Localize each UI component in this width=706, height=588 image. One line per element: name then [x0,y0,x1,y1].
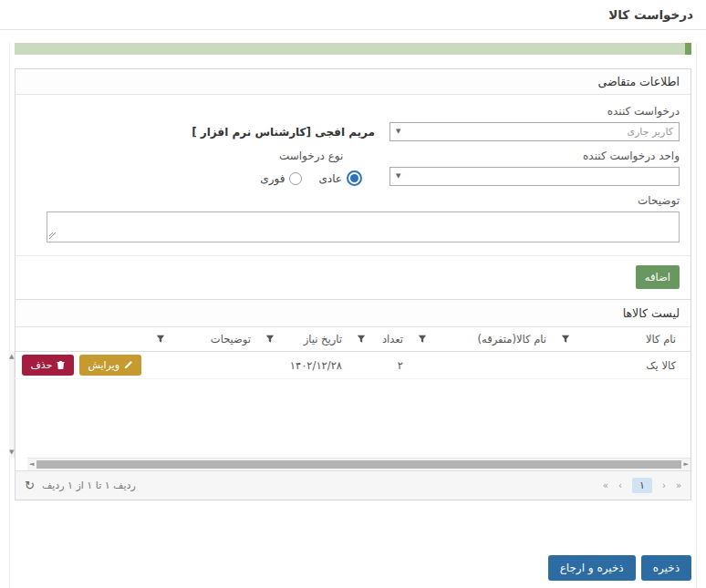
scroll-left-icon[interactable]: ◄ [29,461,34,468]
grid-body: کالا یک ۲ ۱۴۰۲/۱۲/۲۸ ویرایش [16,352,690,458]
requester-person-name: مریم افجی [کارشناس نرم افزار ] [192,126,375,139]
cell-name: کالا یک [554,359,683,372]
pager-page-1[interactable]: ۱ [632,478,652,493]
filter-icon[interactable] [561,335,570,344]
pager-prev-icon[interactable]: ‹ [618,480,622,490]
pager-first-icon[interactable]: « [603,480,608,490]
add-row: اضافه [16,255,690,299]
edit-icon [123,360,133,370]
request-type-label: نوع درخواست [260,150,362,162]
table-row: کالا یک ۲ ۱۴۰۲/۱۲/۲۸ ویرایش [15,352,690,379]
delete-icon [56,360,66,370]
caret-down-icon: ▼ [396,173,400,180]
unit-type-row: واحد درخواست کننده ▼ نوع درخواست عادی [26,141,680,186]
grid-header-misc-name: نام کالا(متفرقه) [410,333,554,346]
caret-down-icon: ▼ [396,129,400,135]
save-and-refer-button[interactable]: ذخیره و ارجاع [548,555,636,581]
pager: « ‹ ۱ › » [603,478,681,493]
radio-option-urgent[interactable]: فوری [260,172,302,185]
scroll-down-icon[interactable]: ▼ [9,449,14,456]
requester-row: کاربر جاری ▼ مریم افجی [کارشناس نرم افزا… [26,122,680,141]
grid-header-need-date: تاریخ نیاز [258,333,349,346]
grid-header-count: تعداد [349,333,410,346]
grid-footer: « ‹ ۱ › » ردیف ۱ تا ۱ از ۱ ردیف ↻ [16,470,690,500]
pager-last-icon[interactable]: » [676,480,681,490]
grid-header-name: نام کالا [554,333,683,346]
unit-label: واحد درخواست کننده [389,150,680,162]
unit-select[interactable]: ▼ [389,167,680,186]
refresh-icon[interactable]: ↻ [25,480,35,491]
radio-option-normal[interactable]: عادی [318,170,362,186]
progress-bar-fill [685,43,691,55]
radio-normal-label: عادی [318,172,342,185]
requester-label: درخواست کننده [26,105,680,118]
page-title: درخواست کالا [608,7,693,22]
scroll-right-icon[interactable]: ► [684,461,689,468]
request-type-radios: عادی فوری [260,170,362,186]
requester-select[interactable]: کاربر جاری ▼ [389,122,680,141]
description-wrap [47,211,680,242]
horizontal-scrollbar[interactable]: ◄ ► [27,458,690,470]
goods-request-page: درخواست کالا اطلاعات متقاضی درخواست کنند… [0,0,706,588]
cell-need-date: ۱۴۰۲/۱۲/۲۸ [258,359,349,372]
applicant-info-header: اطلاعات متقاضی [16,69,690,95]
column-label: تعداد [382,333,403,346]
content-area: اطلاعات متقاضی درخواست کننده کاربر جاری … [9,43,697,588]
description-textarea[interactable] [47,211,680,242]
edit-button-label: ویرایش [88,359,119,371]
save-button[interactable]: ذخیره [641,555,691,581]
column-label: نام کالا [646,333,676,346]
grid-header-row: نام کالا نام کالا(متفرقه) تعداد تاریخ نی… [16,327,690,352]
grid-header-description: توضیحات [149,333,258,346]
radio-urgent-label: فوری [260,172,285,185]
request-panel: اطلاعات متقاضی درخواست کننده کاربر جاری … [15,68,691,500]
delete-button[interactable]: حذف [22,355,74,376]
vertical-scrollbar[interactable]: ▲ ▼ [9,352,15,458]
delete-button-label: حذف [30,359,52,371]
radio-selected-icon[interactable] [347,170,362,186]
edit-button[interactable]: ویرایش [79,355,141,376]
column-label: نام کالا(متفرقه) [478,333,546,346]
resize-grip-icon[interactable] [48,232,57,240]
requester-select-value: کاربر جاری [627,126,673,138]
cell-count: ۲ [349,359,410,372]
scroll-up-icon[interactable]: ▲ [9,354,14,360]
cell-actions: ویرایش حذف [15,355,149,376]
filter-icon[interactable] [156,335,165,344]
grid-rows: کالا یک ۲ ۱۴۰۲/۱۲/۲۸ ویرایش [15,352,690,458]
description-label: توضیحات [26,194,680,207]
request-type-column: نوع درخواست عادی فوری [260,141,362,186]
scrollbar-thumb[interactable] [36,460,680,469]
pager-next-icon[interactable]: › [662,480,666,490]
column-label: توضیحات [211,333,251,346]
filter-icon[interactable] [357,335,366,344]
form-actions: ذخیره ذخیره و ارجاع [15,555,691,581]
filter-icon[interactable] [418,335,427,344]
filter-icon[interactable] [265,335,275,344]
page-header: درخواست کالا [0,0,706,30]
unit-column: واحد درخواست کننده ▼ [389,141,680,186]
pager-info: ردیف ۱ تا ۱ از ۱ ردیف ↻ [25,480,136,491]
progress-bar [15,43,691,55]
applicant-fields: درخواست کننده کاربر جاری ▼ مریم افجی [کا… [16,95,690,255]
radio-unselected-icon[interactable] [289,172,302,185]
pager-summary: ردیف ۱ تا ۱ از ۱ ردیف [42,480,136,491]
items-list-header: لیست کالاها [16,299,690,327]
add-button[interactable]: اضافه [636,265,680,289]
column-label: تاریخ نیاز [304,333,342,346]
